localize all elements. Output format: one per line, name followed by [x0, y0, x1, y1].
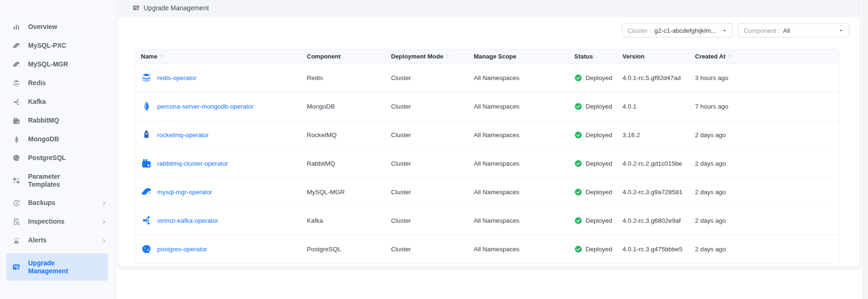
chevron-right-icon — [101, 238, 107, 244]
scrollbar-track[interactable] — [862, 0, 868, 299]
cell-version: 4.0.2-rc.2.gd1c015be — [618, 160, 690, 167]
mysql-icon — [141, 186, 152, 197]
postgresql-icon — [141, 244, 152, 255]
cell-manage-scope: All Namespaces — [469, 160, 570, 167]
sidebar-item-parameter-templates[interactable]: Parameter Templates — [0, 168, 116, 194]
column-header-created-at[interactable]: Created At — [690, 53, 839, 60]
sidebar-item-label: MySQL-MGR — [28, 60, 68, 69]
column-header-manage-scope: Manage Scope — [469, 53, 570, 60]
cell-deployment-mode: Cluster — [386, 131, 469, 139]
cell-component: PostgreSQL — [302, 246, 386, 253]
kafka-icon — [12, 98, 21, 106]
sort-icon[interactable] — [727, 53, 733, 59]
rocketmq-icon — [141, 129, 152, 140]
sidebar-item-postgresql[interactable]: PostgreSQL — [0, 149, 116, 168]
postgresql-icon — [12, 154, 21, 162]
filter-bar: Cluster : g2-c1-abcdefghijklm... Compone… — [622, 23, 849, 37]
cell-created-at: 2 days ago — [690, 246, 839, 253]
operator-link[interactable]: strimzi-kafka-operator — [157, 217, 218, 224]
cell-created-at: 3 hours ago — [690, 74, 839, 81]
table-row: mysql-mgr-operatorMySQL-MGRClusterAll Na… — [136, 178, 839, 206]
column-header-name[interactable]: Name — [136, 53, 302, 60]
backups-icon — [12, 199, 21, 207]
sidebar: OverviewMySQL-PXCMySQL-MGRRedisKafkaRabb… — [0, 0, 116, 299]
cell-component: MySQL-MGR — [302, 189, 386, 196]
content-card: Cluster : g2-c1-abcdefghijklm... Compone… — [118, 17, 860, 266]
cell-component: RocketMQ — [302, 131, 386, 139]
table-body: redis-operatorRedisClusterAll Namespaces… — [136, 64, 839, 263]
cell-created-at: 2 days ago — [690, 189, 839, 196]
cell-created-at: 2 days ago — [690, 217, 839, 224]
sidebar-item-mysql-mgr[interactable]: MySQL-MGR — [0, 55, 116, 74]
rabbitmq-icon — [12, 117, 21, 125]
cell-status: Deployed — [570, 245, 618, 253]
sidebar-item-label: Backups — [28, 199, 55, 207]
cell-name: percona-server-mongodb-operator — [136, 101, 302, 112]
cluster-filter-label: Cluster : — [628, 27, 651, 34]
operator-link[interactable]: rabbitmq-cluster-operator — [157, 160, 228, 167]
sidebar-item-kafka[interactable]: Kafka — [0, 93, 116, 111]
status-label: Deployed — [586, 217, 612, 224]
sort-icon[interactable] — [159, 53, 165, 59]
cluster-filter-value: g2-c1-abcdefghijklm... — [654, 27, 716, 34]
column-header-label: Manage Scope — [474, 53, 516, 60]
sidebar-item-alerts[interactable]: Alerts — [0, 231, 116, 250]
operator-link[interactable]: postgres-operator — [157, 246, 207, 253]
sidebar-item-overview[interactable]: Overview — [0, 18, 116, 36]
component-filter-select[interactable]: Component : All — [738, 23, 849, 37]
table-row: rabbitmq-cluster-operatorRabbitMQCluster… — [136, 149, 839, 178]
column-header-deployment-mode[interactable]: Deployment Mode — [386, 53, 469, 60]
column-header-label: Name — [141, 53, 157, 60]
operator-link[interactable]: redis-operator — [157, 74, 196, 81]
mongodb-icon — [12, 135, 21, 144]
table-row: percona-server-mongodb-operatorMongoDBCl… — [136, 92, 839, 121]
sidebar-item-label: Inspections — [28, 218, 65, 226]
sidebar-item-inspections[interactable]: Inspections — [0, 212, 116, 231]
table-row: postgres-operatorPostgreSQLClusterAll Na… — [136, 235, 839, 263]
mongodb-icon — [141, 101, 152, 112]
cell-name: postgres-operator — [136, 244, 302, 255]
operator-link[interactable]: rocketmq-operator — [157, 131, 209, 139]
table-header-row: NameComponentDeployment ModeManage Scope… — [136, 50, 839, 64]
cluster-filter-select[interactable]: Cluster : g2-c1-abcdefghijklm... — [622, 23, 733, 37]
deployed-check-icon — [574, 102, 582, 110]
sidebar-item-backups[interactable]: Backups — [0, 194, 116, 212]
cell-name: redis-operator — [136, 72, 302, 83]
cell-version: 3.16.2 — [618, 131, 690, 139]
column-header-status: Status — [570, 53, 618, 60]
sort-icon[interactable] — [445, 53, 451, 59]
mysql-icon — [12, 42, 21, 50]
component-filter-value: All — [783, 27, 790, 34]
column-header-label: Version — [622, 53, 644, 60]
cell-version: 4.0.1 — [618, 103, 690, 110]
sidebar-item-label: Overview — [28, 23, 57, 31]
cell-name: mysql-mgr-operator — [136, 186, 302, 197]
cell-version: 4.0.2-rc.3.g6802e9af — [618, 217, 690, 224]
breadcrumb: Upgrade Management — [132, 3, 209, 13]
operator-link[interactable]: mysql-mgr-operator — [157, 189, 212, 196]
cell-deployment-mode: Cluster — [386, 74, 469, 81]
column-header-label: Status — [574, 53, 593, 60]
cell-created-at: 7 hours ago — [690, 103, 839, 110]
sidebar-item-redis[interactable]: Redis — [0, 74, 116, 93]
status-label: Deployed — [586, 103, 612, 110]
status-label: Deployed — [586, 189, 612, 196]
operator-link[interactable]: percona-server-mongodb-operator — [157, 103, 253, 110]
status-label: Deployed — [586, 160, 612, 167]
sidebar-item-label: RabbitMQ — [28, 117, 59, 125]
inspections-icon — [12, 218, 21, 226]
cell-status: Deployed — [570, 188, 618, 196]
sidebar-item-mysql-pxc[interactable]: MySQL-PXC — [0, 36, 116, 55]
cell-status: Deployed — [570, 160, 618, 168]
cell-component: Redis — [302, 74, 386, 81]
cell-deployment-mode: Cluster — [386, 189, 469, 196]
page-title: Upgrade Management — [144, 4, 209, 12]
cell-component: RabbitMQ — [302, 160, 386, 167]
sidebar-item-mongodb[interactable]: MongoDB — [0, 130, 116, 149]
cell-manage-scope: All Namespaces — [469, 246, 570, 253]
sidebar-item-upgrade-management[interactable]: Upgrade Management — [7, 254, 108, 281]
sidebar-item-rabbitmq[interactable]: RabbitMQ — [0, 111, 116, 130]
alerts-icon — [12, 236, 21, 245]
cell-manage-scope: All Namespaces — [469, 74, 570, 81]
redis-icon — [141, 72, 152, 83]
